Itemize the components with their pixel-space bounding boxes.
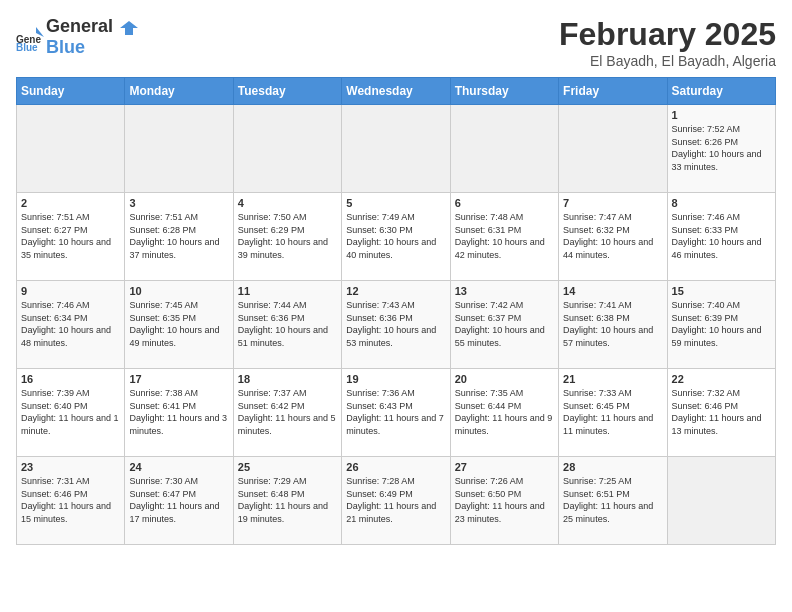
day-cell [559,105,667,193]
day-info: Sunrise: 7:40 AM Sunset: 6:39 PM Dayligh… [672,299,771,349]
day-number: 27 [455,461,554,473]
logo-general2: ral [91,16,113,36]
day-cell [17,105,125,193]
day-info: Sunrise: 7:46 AM Sunset: 6:34 PM Dayligh… [21,299,120,349]
day-cell: 26Sunrise: 7:28 AM Sunset: 6:49 PM Dayli… [342,457,450,545]
day-number: 1 [672,109,771,121]
day-number: 5 [346,197,445,209]
day-cell [125,105,233,193]
day-number: 13 [455,285,554,297]
logo-general: Gene [46,16,91,36]
day-number: 9 [21,285,120,297]
header-monday: Monday [125,78,233,105]
day-cell: 23Sunrise: 7:31 AM Sunset: 6:46 PM Dayli… [17,457,125,545]
day-info: Sunrise: 7:47 AM Sunset: 6:32 PM Dayligh… [563,211,662,261]
day-info: Sunrise: 7:41 AM Sunset: 6:38 PM Dayligh… [563,299,662,349]
day-cell: 21Sunrise: 7:33 AM Sunset: 6:45 PM Dayli… [559,369,667,457]
day-info: Sunrise: 7:32 AM Sunset: 6:46 PM Dayligh… [672,387,771,437]
day-info: Sunrise: 7:45 AM Sunset: 6:35 PM Dayligh… [129,299,228,349]
day-info: Sunrise: 7:25 AM Sunset: 6:51 PM Dayligh… [563,475,662,525]
day-number: 26 [346,461,445,473]
day-cell [450,105,558,193]
calendar-title: February 2025 [559,16,776,53]
day-info: Sunrise: 7:31 AM Sunset: 6:46 PM Dayligh… [21,475,120,525]
day-number: 3 [129,197,228,209]
day-number: 7 [563,197,662,209]
day-cell: 17Sunrise: 7:38 AM Sunset: 6:41 PM Dayli… [125,369,233,457]
day-info: Sunrise: 7:36 AM Sunset: 6:43 PM Dayligh… [346,387,445,437]
day-number: 6 [455,197,554,209]
day-cell: 24Sunrise: 7:30 AM Sunset: 6:47 PM Dayli… [125,457,233,545]
header-sunday: Sunday [17,78,125,105]
day-cell: 22Sunrise: 7:32 AM Sunset: 6:46 PM Dayli… [667,369,775,457]
day-number: 12 [346,285,445,297]
logo: Gene Blue General Blue [16,16,140,58]
day-cell: 27Sunrise: 7:26 AM Sunset: 6:50 PM Dayli… [450,457,558,545]
day-number: 21 [563,373,662,385]
week-row-5: 23Sunrise: 7:31 AM Sunset: 6:46 PM Dayli… [17,457,776,545]
day-cell: 16Sunrise: 7:39 AM Sunset: 6:40 PM Dayli… [17,369,125,457]
day-number: 4 [238,197,337,209]
day-cell: 8Sunrise: 7:46 AM Sunset: 6:33 PM Daylig… [667,193,775,281]
day-number: 10 [129,285,228,297]
day-cell: 9Sunrise: 7:46 AM Sunset: 6:34 PM Daylig… [17,281,125,369]
day-info: Sunrise: 7:26 AM Sunset: 6:50 PM Dayligh… [455,475,554,525]
day-cell: 10Sunrise: 7:45 AM Sunset: 6:35 PM Dayli… [125,281,233,369]
day-info: Sunrise: 7:49 AM Sunset: 6:30 PM Dayligh… [346,211,445,261]
day-number: 25 [238,461,337,473]
calendar-subtitle: El Bayadh, El Bayadh, Algeria [559,53,776,69]
week-row-4: 16Sunrise: 7:39 AM Sunset: 6:40 PM Dayli… [17,369,776,457]
day-cell [342,105,450,193]
day-number: 16 [21,373,120,385]
header-row: Sunday Monday Tuesday Wednesday Thursday… [17,78,776,105]
header-friday: Friday [559,78,667,105]
day-info: Sunrise: 7:39 AM Sunset: 6:40 PM Dayligh… [21,387,120,437]
day-info: Sunrise: 7:33 AM Sunset: 6:45 PM Dayligh… [563,387,662,437]
day-number: 11 [238,285,337,297]
title-area: February 2025 El Bayadh, El Bayadh, Alge… [559,16,776,69]
day-cell: 11Sunrise: 7:44 AM Sunset: 6:36 PM Dayli… [233,281,341,369]
day-cell: 7Sunrise: 7:47 AM Sunset: 6:32 PM Daylig… [559,193,667,281]
day-cell: 14Sunrise: 7:41 AM Sunset: 6:38 PM Dayli… [559,281,667,369]
day-cell: 4Sunrise: 7:50 AM Sunset: 6:29 PM Daylig… [233,193,341,281]
day-number: 18 [238,373,337,385]
day-cell [233,105,341,193]
day-info: Sunrise: 7:46 AM Sunset: 6:33 PM Dayligh… [672,211,771,261]
day-number: 2 [21,197,120,209]
header-tuesday: Tuesday [233,78,341,105]
header-wednesday: Wednesday [342,78,450,105]
day-cell: 28Sunrise: 7:25 AM Sunset: 6:51 PM Dayli… [559,457,667,545]
day-info: Sunrise: 7:51 AM Sunset: 6:27 PM Dayligh… [21,211,120,261]
logo-icon: Gene Blue [16,23,44,51]
week-row-1: 1Sunrise: 7:52 AM Sunset: 6:26 PM Daylig… [17,105,776,193]
header-saturday: Saturday [667,78,775,105]
day-number: 14 [563,285,662,297]
day-info: Sunrise: 7:30 AM Sunset: 6:47 PM Dayligh… [129,475,228,525]
day-number: 24 [129,461,228,473]
day-cell: 6Sunrise: 7:48 AM Sunset: 6:31 PM Daylig… [450,193,558,281]
day-info: Sunrise: 7:42 AM Sunset: 6:37 PM Dayligh… [455,299,554,349]
day-info: Sunrise: 7:29 AM Sunset: 6:48 PM Dayligh… [238,475,337,525]
day-cell: 19Sunrise: 7:36 AM Sunset: 6:43 PM Dayli… [342,369,450,457]
day-cell: 12Sunrise: 7:43 AM Sunset: 6:36 PM Dayli… [342,281,450,369]
week-row-3: 9Sunrise: 7:46 AM Sunset: 6:34 PM Daylig… [17,281,776,369]
day-cell: 1Sunrise: 7:52 AM Sunset: 6:26 PM Daylig… [667,105,775,193]
day-number: 19 [346,373,445,385]
day-cell: 25Sunrise: 7:29 AM Sunset: 6:48 PM Dayli… [233,457,341,545]
day-info: Sunrise: 7:35 AM Sunset: 6:44 PM Dayligh… [455,387,554,437]
day-number: 22 [672,373,771,385]
day-number: 8 [672,197,771,209]
calendar-table: Sunday Monday Tuesday Wednesday Thursday… [16,77,776,545]
svg-text:Blue: Blue [16,42,38,51]
day-info: Sunrise: 7:37 AM Sunset: 6:42 PM Dayligh… [238,387,337,437]
logo-bird-icon [120,19,138,37]
day-number: 20 [455,373,554,385]
day-number: 23 [21,461,120,473]
header: Gene Blue General Blue February 2025 El … [16,16,776,69]
day-number: 28 [563,461,662,473]
day-cell [667,457,775,545]
header-thursday: Thursday [450,78,558,105]
day-number: 15 [672,285,771,297]
day-info: Sunrise: 7:51 AM Sunset: 6:28 PM Dayligh… [129,211,228,261]
day-info: Sunrise: 7:44 AM Sunset: 6:36 PM Dayligh… [238,299,337,349]
